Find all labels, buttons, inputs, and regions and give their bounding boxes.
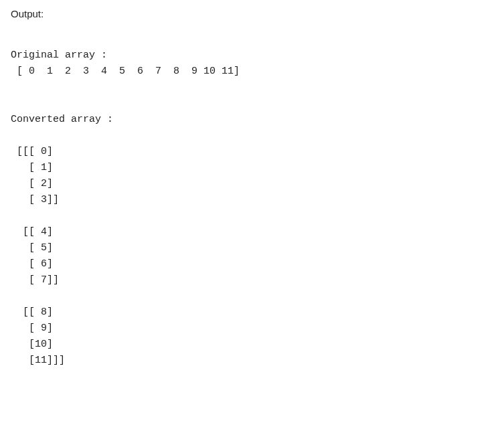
code-output-block: Original array : [ 0 1 2 3 4 5 6 7 8 9 1… — [11, 31, 493, 369]
output-heading: Output: — [11, 8, 493, 19]
converted-array-label: Converted array : — [11, 114, 113, 125]
converted-array-values: [[[ 0] [ 1] [ 2] [ 3]] [[ 4] [ 5] [ 6] [… — [11, 146, 65, 366]
original-array-values: [ 0 1 2 3 4 5 6 7 8 9 10 11] — [11, 66, 240, 77]
original-array-label: Original array : — [11, 50, 107, 61]
